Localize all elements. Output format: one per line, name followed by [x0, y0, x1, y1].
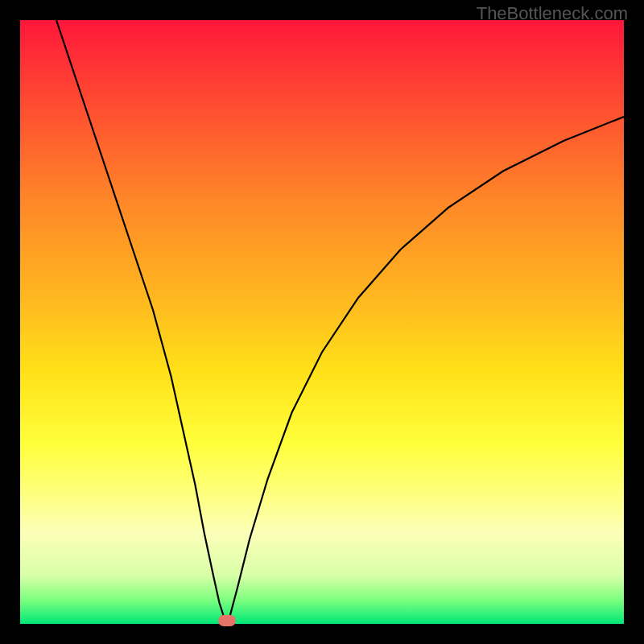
bottleneck-curve: [20, 20, 624, 624]
chart-plot-area: [20, 20, 624, 624]
optimal-point-marker: [218, 615, 236, 626]
watermark-text: TheBottleneck.com: [477, 3, 628, 24]
